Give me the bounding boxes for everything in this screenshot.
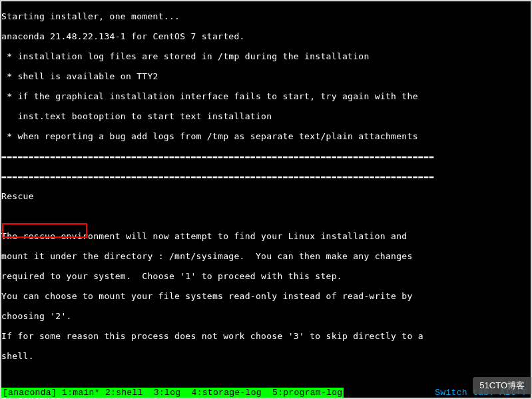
divider-top: ========================================… — [1, 151, 531, 161]
rescue-para1-a: The rescue environment will now attempt … — [1, 231, 531, 241]
boot-bullet-bugreport: * when reporting a bug add logs from /tm… — [1, 131, 531, 141]
terminal-content: Starting installer, one moment... anacon… — [1, 1, 531, 399]
rescue-para2-b: choosing '2'. — [1, 311, 531, 321]
boot-bullet-logs: * installation log files are stored in /… — [1, 51, 531, 61]
tmux-status-bar: [anaconda] 1:main* 2:shell 3:log 4:stora… — [1, 388, 531, 398]
rescue-para3-b: shell. — [1, 351, 531, 361]
boot-bullet-graphical-b: inst.text bootoption to start text insta… — [1, 111, 531, 121]
rescue-para2-a: You can choose to mount your file system… — [1, 291, 531, 301]
boot-bullet-graphical-a: * if the graphical installation interfac… — [1, 91, 531, 101]
blank-line — [1, 211, 531, 221]
boot-line-starting: Starting installer, one moment... — [1, 11, 531, 21]
rescue-para3-a: If for some reason this process does not… — [1, 331, 531, 341]
rescue-title: Rescue — [1, 191, 531, 201]
status-spacer — [344, 388, 435, 398]
rescue-para1-c: required to your system. Choose '1' to p… — [1, 271, 531, 281]
rescue-para1-b: mount it under the directory : /mnt/sysi… — [1, 251, 531, 261]
boot-bullet-shell: * shell is available on TTY2 — [1, 71, 531, 81]
divider-bottom: ========================================… — [1, 171, 531, 181]
tmux-tabs[interactable]: [anaconda] 1:main* 2:shell 3:log 4:stora… — [1, 388, 344, 398]
terminal[interactable]: Starting installer, one moment... anacon… — [1, 1, 531, 398]
screenshot-frame: Starting installer, one moment... anacon… — [0, 0, 532, 399]
boot-line-anaconda: anaconda 21.48.22.134-1 for CentOS 7 sta… — [1, 31, 531, 41]
blank-line — [1, 371, 531, 381]
watermark-51cto: 51CTO博客 — [473, 377, 531, 394]
